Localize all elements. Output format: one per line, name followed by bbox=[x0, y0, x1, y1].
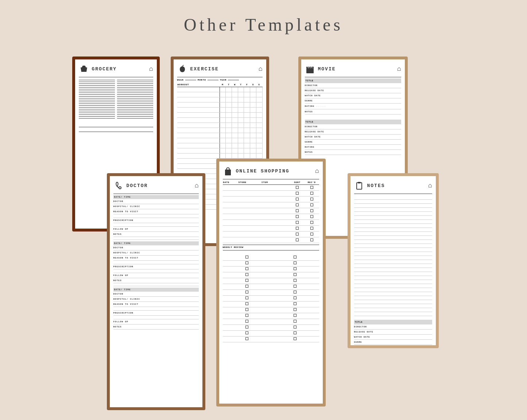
shopping-card: ONLINE SHOPPING ⌂ DATE STORE ITEM SENT R… bbox=[216, 159, 326, 407]
rating-stars: ☆☆☆☆☆ bbox=[316, 105, 326, 108]
notes-title: NOTES bbox=[367, 183, 385, 188]
notes-home-icon: ⌂ bbox=[428, 182, 432, 189]
table-row bbox=[223, 319, 319, 324]
table-row bbox=[177, 118, 263, 123]
movie-field-genre2: GENRE bbox=[305, 140, 401, 145]
movie-title: MOVIE bbox=[318, 66, 336, 72]
apple-icon bbox=[177, 64, 187, 74]
clapperboard-icon bbox=[305, 64, 315, 74]
svg-rect-1 bbox=[306, 68, 314, 73]
exercise-week-row: WEEK MONTH YEAR bbox=[177, 79, 263, 81]
doctor-title: DOCTOR bbox=[127, 183, 148, 188]
grocery-home-icon: ⌂ bbox=[149, 65, 153, 73]
movie-field-release2: RELEASE DATE bbox=[305, 129, 401, 135]
table-row bbox=[177, 143, 263, 148]
doctor-entry-2: DATE/ TIME DOCTOR HOSPITAL/ CLINIC REASO… bbox=[113, 241, 199, 286]
table-row bbox=[223, 220, 319, 226]
table-row bbox=[177, 92, 263, 97]
page-title: Other Templates bbox=[184, 15, 343, 35]
clipboard-icon bbox=[354, 180, 364, 191]
table-row bbox=[223, 324, 319, 330]
shopping-home-icon: ⌂ bbox=[315, 167, 319, 175]
table-row bbox=[223, 237, 319, 243]
table-row bbox=[177, 87, 263, 92]
notes-lines bbox=[354, 196, 432, 316]
templates-container: GROCERY ⌂ bbox=[72, 53, 455, 417]
table-row bbox=[223, 284, 319, 289]
table-row bbox=[177, 113, 263, 118]
table-row bbox=[223, 295, 319, 301]
movie-field-release: RELEASE DATE bbox=[305, 88, 401, 93]
svg-rect-0 bbox=[83, 69, 85, 69]
basket-icon bbox=[79, 64, 89, 74]
table-row bbox=[177, 128, 263, 133]
svg-rect-6 bbox=[357, 183, 362, 189]
movie-field-rating2: RATING bbox=[305, 145, 401, 150]
movie-field-director: DIRECTOR bbox=[305, 83, 401, 88]
doctor-entry-3: DATE/ TIME DOCTOR HOSPITAL/ CLINIC REASO… bbox=[113, 288, 199, 330]
shopping-table-2 bbox=[223, 254, 319, 342]
grocery-title: GROCERY bbox=[92, 66, 117, 72]
table-row bbox=[223, 330, 319, 336]
svg-rect-10 bbox=[225, 170, 231, 175]
table-row bbox=[223, 313, 319, 319]
shopping-table: DATE STORE ITEM SENT REC'D bbox=[223, 180, 319, 243]
movie-entry-1: TITLE DIRECTOR RELEASE DATE WATCH DATE G… bbox=[305, 78, 401, 114]
table-row bbox=[223, 260, 319, 266]
table-row bbox=[177, 148, 263, 153]
table-row bbox=[177, 123, 263, 128]
table-row bbox=[223, 214, 319, 220]
movie-field-notes2: NOTES bbox=[305, 150, 401, 155]
workout-col-header: WORKOUT bbox=[177, 83, 220, 87]
movie-home-icon: ⌂ bbox=[397, 65, 401, 73]
table-row bbox=[223, 336, 319, 342]
exercise-title: EXERCISE bbox=[190, 66, 219, 72]
stethoscope-icon bbox=[113, 180, 124, 191]
table-row bbox=[223, 191, 319, 197]
movie-field-watch: WATCH DATE bbox=[305, 93, 401, 98]
table-row bbox=[223, 301, 319, 307]
notes-card: NOTES ⌂ TITLE DIRECTOR RELEASE DATE bbox=[348, 173, 439, 348]
table-row bbox=[177, 97, 263, 102]
table-row bbox=[223, 307, 319, 313]
shopping-title: ONLINE SHOPPING bbox=[236, 168, 290, 174]
table-row bbox=[223, 266, 319, 272]
shopping-bag-icon bbox=[223, 166, 233, 176]
movie-field-director2: DIRECTOR bbox=[305, 124, 401, 129]
table-row bbox=[223, 185, 319, 191]
movie-entry-3: TITLE DIRECTOR RELEASE DATE WATCH DATE G… bbox=[354, 320, 432, 348]
movie-entry-2: TITLE DIRECTOR RELEASE DATE WATCH DATE G… bbox=[305, 120, 401, 155]
movie-field-notes: NOTES bbox=[305, 109, 401, 114]
table-row bbox=[223, 232, 319, 237]
table-row bbox=[223, 272, 319, 278]
table-row bbox=[177, 138, 263, 143]
table-row bbox=[177, 153, 263, 159]
table-row bbox=[223, 197, 319, 202]
table-row bbox=[223, 278, 319, 284]
table-row bbox=[177, 102, 263, 108]
doctor-home-icon: ⌂ bbox=[195, 182, 199, 189]
movie-field-title2: TITLE bbox=[305, 120, 401, 124]
table-row bbox=[223, 289, 319, 295]
table-row bbox=[223, 208, 319, 214]
weekly-review-label: WEEKLY REVIEW bbox=[223, 245, 319, 249]
table-row bbox=[177, 108, 263, 113]
movie-field-rating: RATING ☆☆☆☆☆ bbox=[305, 104, 401, 109]
table-row bbox=[223, 226, 319, 232]
movie-field-watch2: WATCH DATE bbox=[305, 135, 401, 140]
table-row bbox=[223, 202, 319, 208]
table-row bbox=[177, 133, 263, 138]
table-row bbox=[223, 254, 319, 260]
svg-rect-7 bbox=[358, 182, 361, 183]
doctor-card: DOCTOR ⌂ DATE/ TIME DOCTOR HOSPITAL/ CLI… bbox=[107, 173, 205, 410]
exercise-home-icon: ⌂ bbox=[259, 65, 263, 73]
movie-field-genre: GENRE bbox=[305, 98, 401, 104]
movie-field-title: TITLE bbox=[305, 78, 401, 83]
doctor-entry-1: DATE/ TIME DOCTOR HOSPITAL/ CLINIC REASO… bbox=[113, 195, 199, 240]
